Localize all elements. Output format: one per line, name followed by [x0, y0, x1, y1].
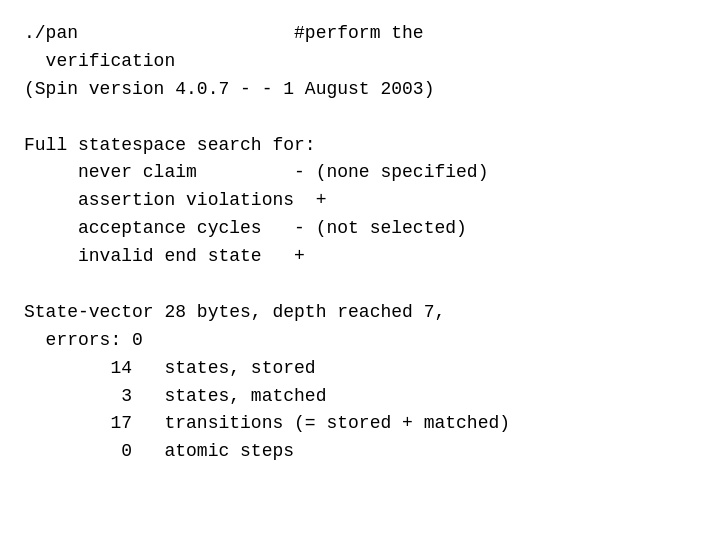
- line-6: never claim - (none specified): [24, 162, 488, 182]
- line-11: State-vector 28 bytes, depth reached 7,: [24, 302, 445, 322]
- line-8: acceptance cycles - (not selected): [24, 218, 467, 238]
- line-12: errors: 0: [24, 330, 143, 350]
- line-16: 0 atomic steps: [24, 441, 294, 461]
- line-9: invalid end state +: [24, 246, 305, 266]
- line-1: ./pan #perform the: [24, 23, 424, 43]
- line-13: 14 states, stored: [24, 358, 316, 378]
- line-7: assertion violations +: [24, 190, 326, 210]
- line-5: Full statespace search for:: [24, 135, 316, 155]
- line-2: verification: [24, 51, 175, 71]
- line-3: (Spin version 4.0.7 - - 1 August 2003): [24, 79, 434, 99]
- line-15: 17 transitions (= stored + matched): [24, 413, 510, 433]
- terminal-output: ./pan #perform the verification (Spin ve…: [24, 20, 510, 466]
- line-14: 3 states, matched: [24, 386, 326, 406]
